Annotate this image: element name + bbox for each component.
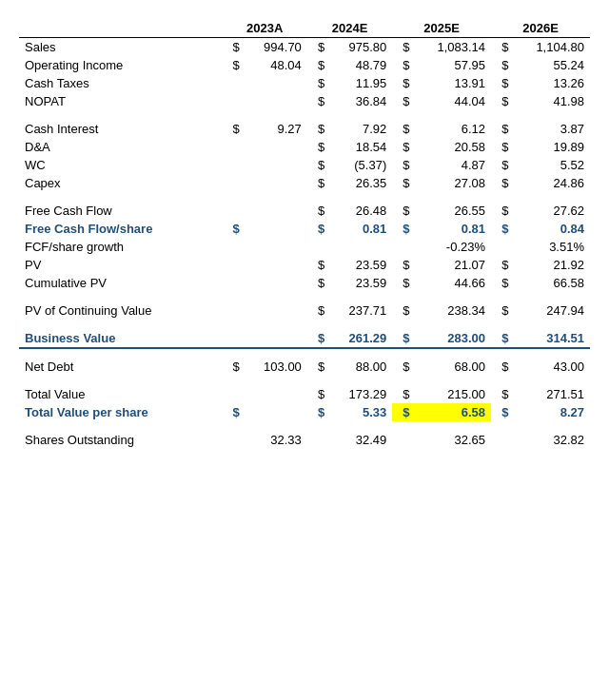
row-label: Operating Income xyxy=(19,56,222,74)
cell-value: 36.84 xyxy=(326,92,392,110)
dollar-sign: $ xyxy=(491,358,510,376)
dollar-sign xyxy=(222,202,241,220)
table-row xyxy=(19,320,590,329)
table-row: NOPAT$36.84$44.04$41.98 xyxy=(19,92,590,110)
cell-value: 27.08 xyxy=(412,174,492,192)
dollar-sign xyxy=(222,274,241,292)
financial-table: 2023A 2024E 2025E 2026E Sales$994.70$975… xyxy=(19,19,590,449)
dollar-sign xyxy=(222,174,241,192)
cell-value: 68.00 xyxy=(412,358,492,376)
cell-value: 32.33 xyxy=(242,431,307,449)
dollar-sign: $ xyxy=(491,301,510,320)
dollar-sign: $ xyxy=(491,38,510,57)
dollar-sign: $ xyxy=(392,74,411,92)
cell-value xyxy=(242,274,307,292)
table-row: Total Value per share$$5.33$6.58$8.27 xyxy=(19,403,590,421)
cell-value: 44.66 xyxy=(412,274,492,292)
header-row: 2023A 2024E 2025E 2026E xyxy=(19,19,590,38)
dollar-sign: $ xyxy=(307,358,326,376)
cell-value: 0.81 xyxy=(326,220,392,238)
dollar-sign: $ xyxy=(392,138,411,156)
cell-value: 19.89 xyxy=(510,138,590,156)
row-label: Sales xyxy=(19,38,222,57)
cell-value: 994.70 xyxy=(242,38,307,57)
cell-value: 7.92 xyxy=(326,120,392,138)
row-label: Free Cash Flow xyxy=(19,202,222,220)
cell-value xyxy=(242,301,307,320)
col-2023a: 2023A xyxy=(222,19,306,38)
cell-value: 6.58 xyxy=(412,403,492,421)
dollar-sign: $ xyxy=(491,385,510,403)
dollar-sign: $ xyxy=(222,403,241,421)
dollar-sign: $ xyxy=(491,329,510,348)
dollar-sign: $ xyxy=(392,92,411,110)
dollar-sign: $ xyxy=(307,301,326,320)
dollar-sign: $ xyxy=(307,120,326,138)
cell-value xyxy=(242,92,307,110)
dollar-sign: $ xyxy=(307,403,326,421)
table-row: Free Cash Flow$26.48$26.55$27.62 xyxy=(19,202,590,220)
dollar-sign xyxy=(222,156,241,174)
dollar-sign: $ xyxy=(392,301,411,320)
dollar-sign: $ xyxy=(491,56,510,74)
cell-value: 271.51 xyxy=(510,385,590,403)
dollar-sign: $ xyxy=(491,174,510,192)
cell-value: 23.59 xyxy=(326,256,392,274)
cell-value: 57.95 xyxy=(412,56,492,74)
dollar-sign: $ xyxy=(392,256,411,274)
table-row: Cash Interest$9.27$7.92$6.12$3.87 xyxy=(19,120,590,138)
cell-value: -0.23% xyxy=(412,238,492,256)
dollar-sign: $ xyxy=(307,92,326,110)
row-label: Total Value per share xyxy=(19,403,222,421)
row-label: PV xyxy=(19,256,222,274)
cell-value: 215.00 xyxy=(412,385,492,403)
cell-value: 1,104.80 xyxy=(510,38,590,57)
cell-value: 88.00 xyxy=(326,358,392,376)
cell-value: 975.80 xyxy=(326,38,392,57)
dollar-sign: $ xyxy=(392,385,411,403)
table-row: Free Cash Flow/share$$0.81$0.81$0.84 xyxy=(19,220,590,238)
dollar-sign xyxy=(307,431,326,449)
cell-value: 13.26 xyxy=(510,74,590,92)
dollar-sign: $ xyxy=(392,329,411,348)
dollar-sign xyxy=(222,256,241,274)
cell-value: 26.35 xyxy=(326,174,392,192)
row-label: Business Value xyxy=(19,329,222,348)
table-row xyxy=(19,421,590,431)
cell-value: 5.52 xyxy=(510,156,590,174)
dollar-sign: $ xyxy=(307,385,326,403)
cell-value: 20.58 xyxy=(412,138,492,156)
dollar-sign: $ xyxy=(491,220,510,238)
cell-value: 1,083.14 xyxy=(412,38,492,57)
table-row: Business Value$261.29$283.00$314.51 xyxy=(19,329,590,348)
row-label: PV of Continuing Value xyxy=(19,301,222,320)
cell-value: 32.65 xyxy=(412,431,492,449)
table-row: Shares Outstanding32.3332.4932.6532.82 xyxy=(19,431,590,449)
cell-value: 5.33 xyxy=(326,403,392,421)
table-row: PV$23.59$21.07$21.92 xyxy=(19,256,590,274)
dollar-sign: $ xyxy=(491,202,510,220)
table-row: Sales$994.70$975.80$1,083.14$1,104.80 xyxy=(19,38,590,57)
cell-value: 24.86 xyxy=(510,174,590,192)
row-label: Capex xyxy=(19,174,222,192)
dollar-sign: $ xyxy=(491,74,510,92)
cell-value: 41.98 xyxy=(510,92,590,110)
dollar-sign: $ xyxy=(307,156,326,174)
cell-value: 9.27 xyxy=(242,120,307,138)
cell-value: 55.24 xyxy=(510,56,590,74)
dollar-sign: $ xyxy=(307,256,326,274)
col-label xyxy=(19,19,222,38)
dollar-sign: $ xyxy=(307,38,326,57)
dollar-sign xyxy=(392,238,411,256)
cell-value: 103.00 xyxy=(242,358,307,376)
cell-value: 238.34 xyxy=(412,301,492,320)
dollar-sign: $ xyxy=(222,56,241,74)
dollar-sign: $ xyxy=(392,358,411,376)
cell-value xyxy=(242,74,307,92)
table-row xyxy=(19,192,590,202)
dollar-sign: $ xyxy=(392,38,411,57)
cell-value: 44.04 xyxy=(412,92,492,110)
dollar-sign xyxy=(222,385,241,403)
table-row xyxy=(19,348,590,358)
dollar-sign: $ xyxy=(491,120,510,138)
